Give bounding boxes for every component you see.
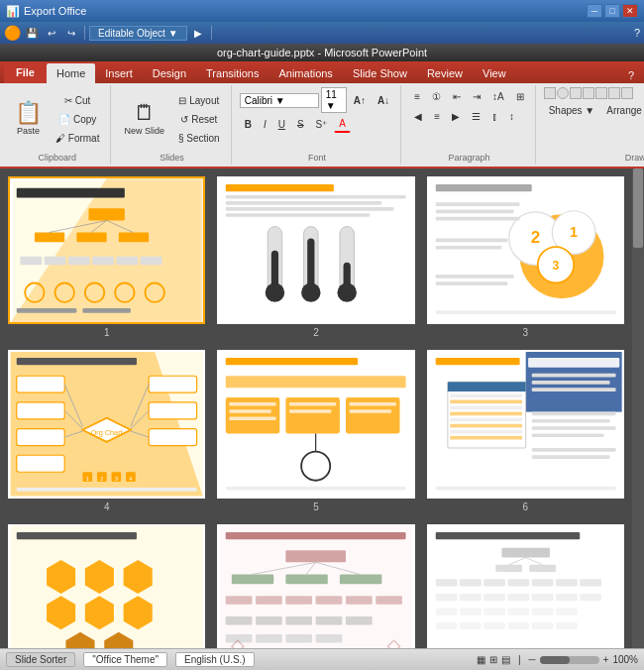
bold-button[interactable]: B xyxy=(240,115,257,133)
strikethrough-button[interactable]: S xyxy=(292,115,309,133)
new-slide-button[interactable]: 🗒 New Slide xyxy=(119,90,169,148)
shape-4[interactable] xyxy=(583,87,594,99)
shape-2[interactable] xyxy=(557,87,569,99)
paste-button[interactable]: 📋 Paste xyxy=(10,90,47,148)
tab-file[interactable]: File xyxy=(4,61,47,83)
italic-button[interactable]: I xyxy=(259,115,271,133)
minimize-button[interactable]: ─ xyxy=(587,4,602,18)
line-spacing-button[interactable]: ↕ xyxy=(504,107,519,125)
tab-design[interactable]: Design xyxy=(143,63,196,83)
view-normal-icon[interactable]: ▦ xyxy=(477,654,485,665)
copy-button[interactable]: 📄 Copy xyxy=(51,110,104,128)
section-button[interactable]: § Section xyxy=(173,129,225,147)
scrollbar-thumb[interactable] xyxy=(633,168,643,248)
vertical-scrollbar[interactable] xyxy=(632,168,644,648)
align-center-button[interactable]: ≡ xyxy=(429,107,445,125)
decrease-indent-button[interactable]: ⇤ xyxy=(448,87,466,105)
slide-item-1[interactable]: 1 xyxy=(8,176,205,338)
status-tab-language[interactable]: English (U.S.) xyxy=(175,652,255,667)
columns-button[interactable]: ⫿ xyxy=(487,107,502,125)
tab-home[interactable]: Home xyxy=(47,63,95,83)
svg-rect-160 xyxy=(256,634,282,642)
slide-item-5[interactable]: 5 xyxy=(217,350,414,511)
help-ribbon-icon[interactable]: ? xyxy=(622,67,640,83)
text-direction-button[interactable]: ↕A xyxy=(487,87,509,105)
slide-num-3: 3 xyxy=(523,327,529,338)
status-tab-slide-sorter[interactable]: Slide Sorter xyxy=(6,652,75,667)
shape-5[interactable] xyxy=(595,87,607,99)
tab-view[interactable]: View xyxy=(473,63,516,83)
zoom-in-button[interactable]: + xyxy=(603,654,609,665)
slide-item-2[interactable]: 2 xyxy=(217,176,414,338)
status-tab-office-theme[interactable]: "Office Theme" xyxy=(83,652,167,667)
go-button[interactable]: ▶ xyxy=(189,24,207,42)
shapes-button[interactable]: Shapes ▼ xyxy=(544,101,600,119)
svg-rect-180 xyxy=(460,594,482,601)
arrange-button[interactable]: Arrange ▼ xyxy=(601,101,644,119)
svg-rect-188 xyxy=(483,608,505,614)
font-name-dropdown[interactable]: Calibri ▼ xyxy=(240,93,319,108)
svg-rect-156 xyxy=(286,616,313,624)
svg-rect-59 xyxy=(435,281,507,285)
tab-review[interactable]: Review xyxy=(417,63,473,83)
bullets-button[interactable]: ≡ xyxy=(409,87,425,105)
slides-group: 🗒 New Slide ⊟ Layout ↺ Reset § Section S… xyxy=(113,85,231,165)
save-button[interactable]: 💾 xyxy=(23,24,41,42)
font-group: Calibri ▼ 11 ▼ A↑ A↓ B I U S S⁺ A Font xyxy=(234,85,401,165)
tab-transitions[interactable]: Transitions xyxy=(196,63,268,83)
svg-text:1: 1 xyxy=(86,476,90,482)
shape-7[interactable] xyxy=(621,87,633,99)
close-button[interactable]: ✕ xyxy=(622,4,638,18)
tab-animations[interactable]: Animations xyxy=(268,63,342,83)
align-left-button[interactable]: ◀ xyxy=(409,107,427,125)
zoom-out-button[interactable]: ─ xyxy=(528,654,535,665)
svg-rect-55 xyxy=(435,217,519,221)
svg-rect-196 xyxy=(531,622,553,629)
svg-rect-10 xyxy=(35,233,64,243)
layout-button[interactable]: ⊟ Layout xyxy=(173,91,225,109)
svg-rect-27 xyxy=(17,308,77,313)
view-notes-icon[interactable]: ▤ xyxy=(501,654,510,665)
editable-object-dropdown[interactable]: Editable Object ▼ xyxy=(89,26,187,41)
shadow-button[interactable]: S⁺ xyxy=(311,115,333,133)
shape-6[interactable] xyxy=(608,87,620,99)
slides-label: Slides xyxy=(160,151,184,163)
slide-item-6[interactable]: 6 xyxy=(427,350,624,511)
format-painter-button[interactable]: 🖌 Format xyxy=(51,129,104,147)
underline-button[interactable]: U xyxy=(273,115,290,133)
slide-item-8[interactable]: 8 xyxy=(217,524,414,648)
slide-item-9[interactable]: 9 xyxy=(427,524,624,648)
numbering-button[interactable]: ① xyxy=(427,87,446,105)
convert-button[interactable]: ⊞ xyxy=(511,87,529,105)
svg-rect-115 xyxy=(450,424,522,428)
drawing-group: Shapes ▼ Arrange ▼ Quick Styles ▼ Drawin… xyxy=(538,85,644,165)
svg-rect-140 xyxy=(226,532,406,539)
justify-button[interactable]: ☰ xyxy=(467,107,485,125)
zoom-slider[interactable] xyxy=(540,656,599,664)
slide-item-7[interactable]: 7 xyxy=(8,524,205,648)
svg-rect-127 xyxy=(435,487,615,491)
app-icon: 📊 xyxy=(6,5,20,18)
cut-button[interactable]: ✂ Cut xyxy=(51,91,104,109)
font-color-button[interactable]: A xyxy=(334,115,351,133)
shape-3[interactable] xyxy=(570,87,582,99)
title-bar-controls[interactable]: ─ □ ✕ xyxy=(587,4,638,18)
tab-insert[interactable]: Insert xyxy=(95,63,143,83)
slide-item-3[interactable]: 2 1 3 3 xyxy=(427,176,624,338)
decrease-font-button[interactable]: A↓ xyxy=(373,91,394,109)
reset-button[interactable]: ↺ Reset xyxy=(173,110,225,128)
undo-button[interactable]: ↩ xyxy=(43,24,60,42)
tab-slideshow[interactable]: Slide Show xyxy=(343,63,417,83)
shape-1[interactable] xyxy=(544,87,556,99)
slide-item-4[interactable]: Org Chart 1 2 3 4 4 xyxy=(8,350,205,511)
view-sorter-icon[interactable]: ⊞ xyxy=(489,654,497,665)
window-title-text: org-chart-guide.pptx - Microsoft PowerPo… xyxy=(217,47,427,58)
font-size-dropdown[interactable]: 11 ▼ xyxy=(321,87,347,113)
help-icon[interactable]: ? xyxy=(634,27,640,39)
align-right-button[interactable]: ▶ xyxy=(447,107,465,125)
maximize-button[interactable]: □ xyxy=(604,4,620,18)
increase-indent-button[interactable]: ⇥ xyxy=(468,87,485,105)
redo-button[interactable]: ↪ xyxy=(62,24,80,42)
increase-font-button[interactable]: A↑ xyxy=(349,91,371,109)
svg-rect-158 xyxy=(346,616,373,624)
